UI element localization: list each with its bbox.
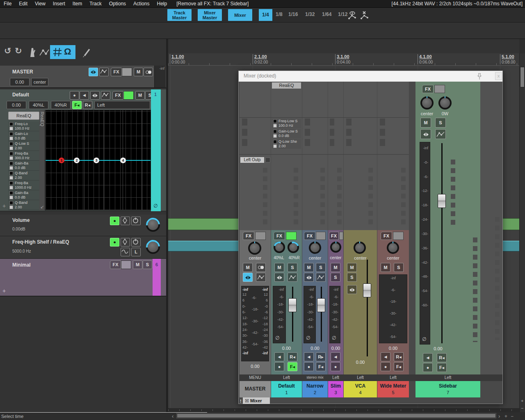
param-toggle-icon[interactable] bbox=[9, 171, 13, 175]
default-strip-recarm-button[interactable]: ● bbox=[274, 362, 284, 371]
master-fx-button[interactable]: FX bbox=[111, 68, 122, 76]
metronome-icon[interactable] bbox=[27, 47, 38, 58]
mixer-strip-slim[interactable]: FX center M S -inf-6--18--30--42--54- ∅ … bbox=[328, 230, 343, 374]
mixer-strip-vca[interactable]: center M S 0.00 bbox=[344, 230, 377, 374]
default-strip-freemode-button[interactable]: F◂ bbox=[288, 362, 297, 371]
param-toggle-icon[interactable] bbox=[9, 152, 13, 155]
clear-envelopes-icon[interactable] bbox=[359, 10, 370, 20]
shelf-env-shape-button[interactable] bbox=[121, 238, 130, 247]
narrow-strip-output[interactable]: stereo mix bbox=[302, 375, 328, 379]
master-strip-output[interactable]: MENU bbox=[240, 375, 271, 380]
narrow-strip-monitor-button[interactable]: ◀ bbox=[304, 352, 314, 361]
default-strip-phase-icon[interactable]: ∅ bbox=[275, 335, 279, 341]
mixer-close-button[interactable]: x bbox=[495, 72, 502, 80]
grid-1-12-button[interactable]: 1/12 bbox=[338, 11, 347, 17]
default-strip-env-button[interactable] bbox=[288, 273, 297, 282]
minimal-track[interactable]: Minimal FX M S 6 + bbox=[0, 259, 166, 297]
sidebar-strip-monitor-button[interactable]: ◀ bbox=[423, 353, 433, 362]
default-strip-fx-slot[interactable] bbox=[286, 232, 297, 240]
param-toggle-icon[interactable] bbox=[273, 140, 277, 144]
redo-icon[interactable]: ↻ bbox=[15, 46, 22, 56]
vertical-scrollbar[interactable]: + − bbox=[519, 53, 525, 412]
volume-env-value[interactable]: 0.00dB bbox=[12, 227, 25, 231]
master-envelope-button[interactable] bbox=[99, 68, 109, 76]
default-output-label[interactable]: Left bbox=[94, 101, 150, 109]
master-mono-button[interactable] bbox=[144, 68, 153, 76]
slim-strip-volume-value[interactable]: 0.00 bbox=[328, 346, 343, 351]
default-track-name[interactable]: Default bbox=[12, 92, 29, 98]
envelope-mode-icon[interactable] bbox=[39, 48, 50, 57]
narrow-strip-recv-button[interactable]: R▸ bbox=[316, 352, 326, 361]
master-volume-value[interactable]: 0.00 bbox=[10, 78, 30, 86]
master-mute-button[interactable]: M bbox=[134, 68, 143, 76]
grid-1-16-button[interactable]: 1/16 bbox=[288, 11, 298, 17]
vca-strip-mute-button[interactable]: M bbox=[347, 263, 357, 272]
sidebar-strip-fx-button[interactable]: FX bbox=[422, 85, 434, 93]
default-strip-routing-button[interactable] bbox=[274, 273, 284, 282]
pencil-icon[interactable] bbox=[81, 47, 92, 58]
default-recv-button[interactable]: R◂ bbox=[83, 101, 92, 109]
widemeter-strip-mute-button[interactable]: M bbox=[381, 263, 390, 272]
slim-strip-solo-button[interactable]: S bbox=[331, 273, 340, 282]
default-pan-right[interactable]: 40%R bbox=[51, 101, 71, 109]
sidebar-strip-env-button[interactable] bbox=[435, 129, 446, 139]
volume-env-shape-button[interactable] bbox=[121, 217, 130, 225]
sidebar-strip-width-knob[interactable] bbox=[438, 96, 452, 110]
reaeq-param-row[interactable]: Freq-Ba300.0 Hz bbox=[8, 151, 39, 161]
hzoom-out-button[interactable]: − bbox=[511, 413, 514, 419]
menu-edit[interactable]: Edit bbox=[15, 0, 31, 8]
master-strip-fx-button[interactable]: FX bbox=[243, 232, 254, 240]
slim-strip-tile[interactable]: Slim3 bbox=[328, 381, 343, 397]
widemeter-strip-output[interactable]: Left bbox=[377, 375, 409, 380]
default-add-env-button[interactable]: + bbox=[2, 203, 6, 209]
shelf-envelope-lane[interactable]: Freq-High Shelf / ReaEQ 5000.0 Hz ● L bbox=[0, 236, 166, 259]
slim-strip-fx-button[interactable]: FX bbox=[329, 232, 339, 240]
mixer-master-button[interactable]: Mixer Master bbox=[198, 9, 222, 21]
narrow-strip-env-button[interactable] bbox=[316, 273, 326, 282]
param-toggle-icon[interactable] bbox=[9, 132, 13, 136]
vertical-zoom-in-button[interactable]: + bbox=[521, 398, 523, 403]
pin-icon[interactable] bbox=[476, 73, 483, 80]
sidebar-strip-recv-button[interactable]: R◂ bbox=[437, 353, 447, 362]
slim-strip-mute-button[interactable]: M bbox=[331, 263, 340, 272]
vertical-zoom-out-button[interactable]: − bbox=[521, 406, 523, 411]
volume-envelope-lane[interactable]: Volume 0.00dB ● bbox=[0, 215, 166, 236]
shelf-env-arm-button[interactable]: ● bbox=[110, 238, 119, 247]
reaeq-point-4[interactable]: 4 bbox=[120, 158, 126, 163]
mixer-fx-param-row[interactable]: Freq-Low S100.0 Hz bbox=[272, 119, 301, 128]
default-strip-pan-left-knob[interactable] bbox=[274, 242, 285, 253]
reaeq-param-row[interactable]: Gain-Lo0.0 dB bbox=[8, 131, 39, 141]
minimal-fx-button[interactable]: FX bbox=[110, 260, 121, 269]
hscroll-left-arrow[interactable]: ‹ bbox=[172, 413, 173, 419]
default-strip-fx-button[interactable]: FX bbox=[274, 232, 285, 240]
narrow-strip-recarm-button[interactable]: ● bbox=[304, 362, 314, 371]
master-strip-volume-value[interactable]: 0.00 bbox=[240, 364, 271, 369]
vca-strip-solo-button[interactable]: S bbox=[347, 273, 357, 282]
vertical-scrollbar-thumb[interactable] bbox=[520, 67, 525, 87]
param-toggle-icon[interactable] bbox=[273, 119, 277, 123]
master-strip-fx-slot[interactable] bbox=[255, 232, 266, 240]
reaeq-param-row[interactable]: Gain-Ba0.0 dB bbox=[8, 161, 39, 171]
master-strip-pan-knob[interactable] bbox=[248, 242, 261, 255]
sidebar-strip-routing-button[interactable] bbox=[420, 129, 431, 139]
reaeq-param-row[interactable]: Q-Low S2.00 bbox=[8, 141, 39, 151]
param-toggle-icon[interactable] bbox=[9, 181, 13, 185]
widemeter-strip-fx-slot[interactable] bbox=[393, 232, 404, 240]
master-strip-routing-button[interactable] bbox=[243, 273, 253, 282]
mixer-strip-sidebar[interactable]: FX center 0W M S -inf-0--6--12--18--24--… bbox=[415, 82, 480, 374]
default-routing-button[interactable] bbox=[90, 91, 100, 100]
menu-item[interactable]: Item bbox=[69, 0, 86, 8]
mixer-reaeq-button[interactable]: ReaEQ bbox=[272, 82, 301, 89]
reaeq-point-2[interactable]: 2 bbox=[74, 158, 80, 163]
sidebar-strip-freemode-button[interactable]: F◂ bbox=[437, 363, 447, 372]
menu-help[interactable]: Help bbox=[153, 0, 171, 8]
default-fx-slot[interactable] bbox=[123, 91, 134, 100]
default-phase-icon[interactable]: ∅ bbox=[153, 203, 158, 209]
show-envelopes-icon[interactable] bbox=[347, 10, 358, 20]
hzoom-in-button[interactable]: + bbox=[504, 413, 507, 419]
snap-magnet-icon[interactable]: Ω bbox=[64, 46, 71, 57]
param-toggle-icon[interactable] bbox=[9, 142, 13, 146]
param-slider-icon[interactable] bbox=[273, 134, 277, 138]
default-pan-left[interactable]: 40%L bbox=[29, 101, 48, 109]
mixer-title-bar[interactable]: Mixer (docked) x bbox=[239, 71, 502, 82]
